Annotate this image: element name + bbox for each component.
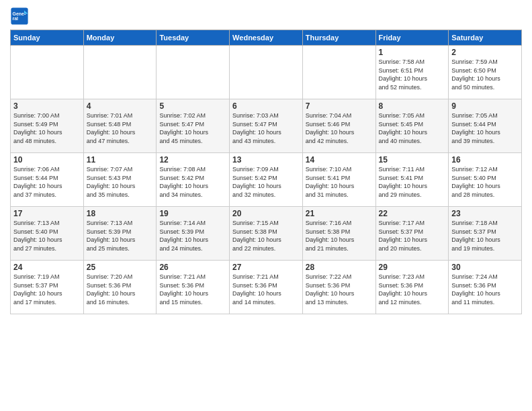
day-number: 1: [379, 48, 446, 57]
day-number: 15: [379, 155, 446, 165]
day-header-friday: Friday: [375, 30, 449, 46]
day-info: Sunrise: 7:13 AMSunset: 5:40 PMDaylight:…: [13, 219, 81, 253]
svg-text:Gene-: Gene-: [13, 11, 27, 16]
calendar-cell: 15Sunrise: 7:11 AMSunset: 5:41 PMDayligh…: [375, 153, 449, 207]
day-number: 14: [306, 155, 373, 165]
day-header-saturday: Saturday: [449, 30, 522, 46]
calendar-cell: 20Sunrise: 7:15 AMSunset: 5:38 PMDayligh…: [230, 207, 303, 261]
header-row: SundayMondayTuesdayWednesdayThursdayFrid…: [11, 30, 522, 46]
day-info: Sunrise: 7:02 AMSunset: 5:47 PMDaylight:…: [159, 111, 226, 145]
calendar-cell: 27Sunrise: 7:21 AMSunset: 5:36 PMDayligh…: [230, 261, 303, 314]
calendar-cell: 10Sunrise: 7:06 AMSunset: 5:44 PMDayligh…: [11, 153, 84, 207]
page-container: Gene- ral SundayMondayTuesdayWednesdayTh…: [0, 0, 532, 318]
day-number: 13: [232, 155, 300, 165]
calendar-cell: 2Sunrise: 7:59 AMSunset: 6:50 PMDaylight…: [449, 46, 522, 99]
day-info: Sunrise: 7:20 AMSunset: 5:36 PMDaylight:…: [87, 273, 154, 306]
calendar-cell: [230, 46, 303, 99]
day-info: Sunrise: 7:18 AMSunset: 5:37 PMDaylight:…: [451, 219, 519, 253]
calendar-cell: 8Sunrise: 7:05 AMSunset: 5:45 PMDaylight…: [375, 99, 449, 153]
day-info: Sunrise: 7:03 AMSunset: 5:47 PMDaylight:…: [232, 111, 300, 145]
calendar-cell: 21Sunrise: 7:16 AMSunset: 5:38 PMDayligh…: [302, 207, 375, 261]
day-number: 25: [87, 263, 154, 272]
day-number: 26: [159, 263, 226, 272]
day-info: Sunrise: 7:21 AMSunset: 5:36 PMDaylight:…: [159, 273, 226, 306]
calendar-cell: 23Sunrise: 7:18 AMSunset: 5:37 PMDayligh…: [449, 207, 522, 261]
calendar-week-1: 1Sunrise: 7:58 AMSunset: 6:51 PMDaylight…: [11, 46, 522, 99]
day-number: 17: [13, 209, 81, 218]
day-number: 12: [159, 155, 226, 165]
day-info: Sunrise: 7:17 AMSunset: 5:37 PMDaylight:…: [379, 219, 446, 253]
day-header-sunday: Sunday: [11, 30, 84, 46]
day-info: Sunrise: 7:05 AMSunset: 5:44 PMDaylight:…: [451, 111, 519, 145]
day-number: 22: [379, 209, 446, 218]
calendar-cell: 6Sunrise: 7:03 AMSunset: 5:47 PMDaylight…: [230, 99, 303, 153]
day-number: 19: [159, 209, 226, 218]
day-info: Sunrise: 7:59 AMSunset: 6:50 PMDaylight:…: [451, 58, 519, 91]
day-number: 27: [232, 263, 300, 272]
day-number: 28: [306, 263, 373, 272]
day-number: 30: [451, 263, 519, 272]
calendar-cell: 16Sunrise: 7:12 AMSunset: 5:40 PMDayligh…: [449, 153, 522, 207]
day-info: Sunrise: 7:11 AMSunset: 5:41 PMDaylight:…: [379, 165, 446, 199]
day-number: 7: [306, 101, 373, 111]
day-info: Sunrise: 7:24 AMSunset: 5:36 PMDaylight:…: [451, 273, 519, 306]
calendar-cell: 24Sunrise: 7:19 AMSunset: 5:37 PMDayligh…: [11, 261, 84, 314]
day-info: Sunrise: 7:22 AMSunset: 5:36 PMDaylight:…: [306, 273, 373, 306]
calendar-cell: 12Sunrise: 7:08 AMSunset: 5:42 PMDayligh…: [157, 153, 230, 207]
day-number: 2: [451, 48, 519, 57]
day-info: Sunrise: 7:00 AMSunset: 5:49 PMDaylight:…: [13, 111, 81, 145]
day-info: Sunrise: 7:09 AMSunset: 5:42 PMDaylight:…: [232, 165, 300, 199]
day-info: Sunrise: 7:16 AMSunset: 5:38 PMDaylight:…: [306, 219, 373, 253]
calendar-cell: 30Sunrise: 7:24 AMSunset: 5:36 PMDayligh…: [449, 261, 522, 314]
calendar-cell: [157, 46, 230, 99]
day-header-monday: Monday: [83, 30, 157, 46]
calendar-week-4: 17Sunrise: 7:13 AMSunset: 5:40 PMDayligh…: [11, 207, 522, 261]
calendar-cell: 13Sunrise: 7:09 AMSunset: 5:42 PMDayligh…: [230, 153, 303, 207]
calendar-cell: 17Sunrise: 7:13 AMSunset: 5:40 PMDayligh…: [11, 207, 84, 261]
day-info: Sunrise: 7:13 AMSunset: 5:39 PMDaylight:…: [87, 219, 154, 253]
day-number: 11: [87, 155, 154, 165]
day-header-tuesday: Tuesday: [157, 30, 230, 46]
day-info: Sunrise: 7:58 AMSunset: 6:51 PMDaylight:…: [379, 58, 446, 91]
day-info: Sunrise: 7:04 AMSunset: 5:46 PMDaylight:…: [306, 111, 373, 145]
day-header-thursday: Thursday: [302, 30, 375, 46]
day-number: 6: [232, 101, 300, 111]
calendar-cell: 9Sunrise: 7:05 AMSunset: 5:44 PMDaylight…: [449, 99, 522, 153]
day-number: 16: [451, 155, 519, 165]
day-number: 9: [451, 101, 519, 111]
day-info: Sunrise: 7:08 AMSunset: 5:42 PMDaylight:…: [159, 165, 226, 199]
day-number: 3: [13, 101, 81, 111]
logo: Gene- ral: [10, 7, 32, 26]
day-info: Sunrise: 7:14 AMSunset: 5:39 PMDaylight:…: [159, 219, 226, 253]
day-info: Sunrise: 7:23 AMSunset: 5:36 PMDaylight:…: [379, 273, 446, 306]
calendar-cell: 18Sunrise: 7:13 AMSunset: 5:39 PMDayligh…: [83, 207, 157, 261]
day-number: 29: [379, 263, 446, 272]
calendar-cell: 4Sunrise: 7:01 AMSunset: 5:48 PMDaylight…: [83, 99, 157, 153]
day-number: 23: [451, 209, 519, 218]
day-info: Sunrise: 7:21 AMSunset: 5:36 PMDaylight:…: [232, 273, 300, 306]
calendar-cell: 28Sunrise: 7:22 AMSunset: 5:36 PMDayligh…: [302, 261, 375, 314]
day-number: 24: [13, 263, 81, 272]
calendar-cell: [302, 46, 375, 99]
calendar-cell: 25Sunrise: 7:20 AMSunset: 5:36 PMDayligh…: [83, 261, 157, 314]
calendar-week-2: 3Sunrise: 7:00 AMSunset: 5:49 PMDaylight…: [11, 99, 522, 153]
day-number: 8: [379, 101, 446, 111]
calendar-cell: 7Sunrise: 7:04 AMSunset: 5:46 PMDaylight…: [302, 99, 375, 153]
calendar-cell: 22Sunrise: 7:17 AMSunset: 5:37 PMDayligh…: [375, 207, 449, 261]
day-header-wednesday: Wednesday: [230, 30, 303, 46]
day-info: Sunrise: 7:15 AMSunset: 5:38 PMDaylight:…: [232, 219, 300, 253]
calendar-cell: 26Sunrise: 7:21 AMSunset: 5:36 PMDayligh…: [157, 261, 230, 314]
calendar-cell: [83, 46, 157, 99]
day-number: 18: [87, 209, 154, 218]
header: Gene- ral: [10, 7, 522, 26]
calendar-cell: 1Sunrise: 7:58 AMSunset: 6:51 PMDaylight…: [375, 46, 449, 99]
day-info: Sunrise: 7:07 AMSunset: 5:43 PMDaylight:…: [87, 165, 154, 199]
calendar-week-3: 10Sunrise: 7:06 AMSunset: 5:44 PMDayligh…: [11, 153, 522, 207]
calendar-cell: [11, 46, 84, 99]
calendar-week-5: 24Sunrise: 7:19 AMSunset: 5:37 PMDayligh…: [11, 261, 522, 314]
svg-text:ral: ral: [13, 16, 19, 21]
day-info: Sunrise: 7:12 AMSunset: 5:40 PMDaylight:…: [451, 165, 519, 199]
day-info: Sunrise: 7:05 AMSunset: 5:45 PMDaylight:…: [379, 111, 446, 145]
day-number: 5: [159, 101, 226, 111]
day-info: Sunrise: 7:06 AMSunset: 5:44 PMDaylight:…: [13, 165, 81, 199]
